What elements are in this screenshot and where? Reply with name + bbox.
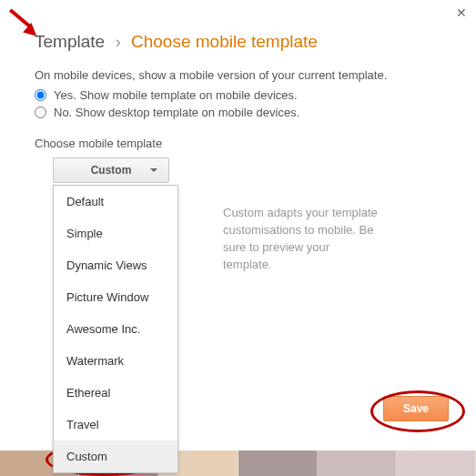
radio-no[interactable] — [35, 106, 46, 118]
chevron-down-icon — [150, 168, 157, 172]
dropdown-item-watermark[interactable]: Watermark — [54, 345, 177, 377]
template-dropdown-button[interactable]: Custom — [53, 157, 169, 183]
close-icon[interactable]: ✕ — [456, 5, 467, 20]
radio-no-row[interactable]: No. Show desktop template on mobile devi… — [35, 105, 441, 120]
radio-yes[interactable] — [35, 89, 46, 101]
dropdown-item-dynamic-views[interactable]: Dynamic Views — [54, 249, 177, 281]
breadcrumb: Template › Choose mobile template — [35, 32, 441, 52]
breadcrumb-separator: › — [115, 32, 120, 51]
template-dropdown-list: DefaultSimpleDynamic ViewsPicture Window… — [53, 185, 178, 473]
breadcrumb-root[interactable]: Template — [35, 32, 105, 51]
dropdown-item-travel[interactable]: Travel — [54, 409, 177, 441]
save-button[interactable]: Save — [383, 396, 449, 421]
helper-text: Custom adapts your template customisatio… — [223, 205, 378, 273]
radio-yes-row[interactable]: Yes. Show mobile template on mobile devi… — [35, 87, 441, 103]
dropdown-item-awesome-inc-[interactable]: Awesome Inc. — [54, 313, 177, 345]
breadcrumb-current: Choose mobile template — [131, 32, 318, 51]
dropdown-item-default[interactable]: Default — [54, 186, 177, 218]
radio-no-label: No. Show desktop template on mobile devi… — [54, 106, 299, 119]
dropdown-item-ethereal[interactable]: Ethereal — [54, 377, 177, 409]
dropdown-item-simple[interactable]: Simple — [54, 218, 177, 249]
mobile-description: On mobile devices, show a mobile version… — [35, 68, 441, 82]
dropdown-selected-value: Custom — [91, 164, 132, 177]
dropdown-item-picture-window[interactable]: Picture Window — [54, 281, 177, 313]
radio-yes-label: Yes. Show mobile template on mobile devi… — [54, 88, 298, 102]
dropdown-item-custom[interactable]: Custom — [54, 441, 177, 472]
choose-template-label: Choose mobile template — [35, 137, 441, 150]
